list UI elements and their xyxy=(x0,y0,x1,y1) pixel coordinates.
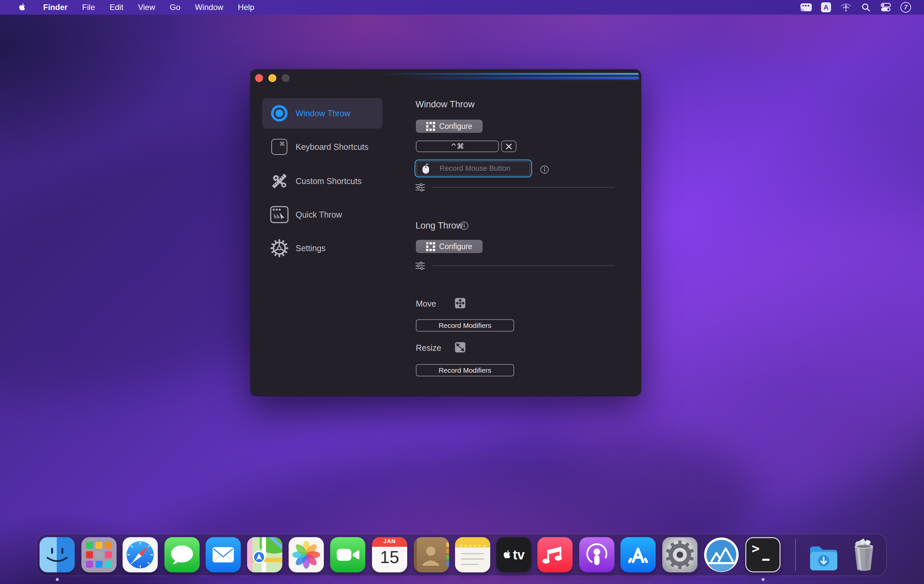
sliders-icon[interactable] xyxy=(415,183,425,193)
dock-messages-icon[interactable] xyxy=(164,537,200,572)
terminal-prompt: > xyxy=(752,541,760,556)
divider xyxy=(432,187,614,188)
dock-facetime-icon[interactable] xyxy=(330,537,365,572)
resize-record-modifiers-button[interactable]: Record Modifiers xyxy=(416,364,514,376)
calendar-day: 15 xyxy=(372,547,407,567)
dock-tv-icon[interactable]: tv xyxy=(496,537,531,572)
dock-notes-icon[interactable] xyxy=(455,537,490,572)
info-icon[interactable] xyxy=(460,221,469,231)
menu-bar-left: Finder File Edit View Go Window Help xyxy=(0,0,262,15)
divider xyxy=(432,266,614,266)
long-throw-configure-button[interactable]: Configure xyxy=(416,240,483,253)
calendar-month: JAN xyxy=(372,538,407,545)
apple-menu-icon[interactable] xyxy=(13,3,31,12)
window-throw-title: Window Throw xyxy=(416,99,475,110)
tv-label: tv xyxy=(513,548,525,563)
dock-app-store-icon[interactable] xyxy=(620,537,656,572)
move-record-modifiers-button[interactable]: Record Modifiers xyxy=(416,319,514,332)
menu-item-finder[interactable]: Finder xyxy=(36,0,75,15)
clear-shortcut-button[interactable] xyxy=(501,140,516,152)
move-icon xyxy=(455,298,465,308)
menu-item-help[interactable]: Help xyxy=(231,0,261,15)
circle-seven-icon[interactable]: 7 xyxy=(898,0,913,15)
menu-item-file[interactable]: File xyxy=(75,0,102,15)
dock-hookshot-icon[interactable] xyxy=(704,537,739,572)
dock-launchpad-icon[interactable] xyxy=(81,537,117,572)
app-window: Window Throw ⌘ Keyboard Shortcuts Custom… xyxy=(251,69,641,396)
menu-item-go[interactable]: Go xyxy=(162,0,188,15)
record-mouse-button-field[interactable]: Record Mouse Button xyxy=(414,160,532,177)
dock-podcasts-icon[interactable] xyxy=(579,537,614,572)
shortcut-value: ^⌘ xyxy=(451,142,464,150)
record-mouse-placeholder: Record Mouse Button xyxy=(430,164,520,173)
menu-bar: Finder File Edit View Go Window Help A 7 xyxy=(0,0,924,15)
menu-item-window[interactable]: Window xyxy=(188,0,231,15)
dock-terminal-icon[interactable]: > xyxy=(745,537,780,572)
dock-trash-icon[interactable] xyxy=(846,537,881,572)
grid-icon xyxy=(426,122,435,131)
dock-system-settings-icon[interactable] xyxy=(662,537,698,572)
window-throw-shortcut-field[interactable]: ^⌘ xyxy=(416,140,499,152)
control-center-icon[interactable] xyxy=(878,0,893,15)
dock-music-icon[interactable] xyxy=(537,537,573,572)
grid-icon xyxy=(426,242,435,251)
sidebar-item-keyboard-shortcuts[interactable]: ⌘ Keyboard Shortcuts xyxy=(262,132,383,162)
apple-logo-icon xyxy=(503,549,512,560)
long-throw-title: Long Throw xyxy=(416,221,463,231)
info-icon[interactable] xyxy=(540,165,549,175)
dock-mail-icon[interactable] xyxy=(206,537,241,572)
sidebar-item-window-throw[interactable]: Window Throw xyxy=(262,98,383,129)
window-throw-configure-button[interactable]: Configure xyxy=(416,120,483,133)
sidebar-item-custom-shortcuts[interactable]: Custom Shortcuts xyxy=(262,166,383,196)
gear-icon xyxy=(268,239,291,257)
quick-throw-icon xyxy=(268,206,291,223)
wifi-alert-icon[interactable] xyxy=(838,0,854,15)
window-controls xyxy=(255,74,290,82)
dock-photos-icon[interactable] xyxy=(289,537,324,572)
keyboard-icon[interactable] xyxy=(799,0,814,15)
command-key-icon: ⌘ xyxy=(268,139,291,155)
finder-running-indicator xyxy=(56,578,59,581)
mouse-icon xyxy=(421,163,430,174)
sidebar-item-settings[interactable]: Settings xyxy=(262,233,383,264)
dock-calendar-icon[interactable]: JAN 15 xyxy=(372,537,407,572)
target-icon xyxy=(268,104,291,122)
search-icon[interactable] xyxy=(858,0,873,15)
dock-maps-icon[interactable] xyxy=(247,537,282,572)
move-label: Move xyxy=(416,299,436,308)
zoom-button[interactable] xyxy=(282,74,290,82)
terminal-cursor xyxy=(762,559,770,561)
resize-icon xyxy=(455,342,465,353)
close-icon xyxy=(506,144,512,150)
sliders-icon[interactable] xyxy=(415,261,425,271)
titlebar-light-streak xyxy=(380,71,639,81)
input-source-icon[interactable]: A xyxy=(818,0,834,15)
menu-item-view[interactable]: View xyxy=(130,0,162,15)
terminal-running-indicator xyxy=(762,578,765,581)
sidebar-item-quick-throw[interactable]: Quick Throw xyxy=(262,199,383,230)
menu-item-edit[interactable]: Edit xyxy=(102,0,130,15)
dock-finder-icon[interactable] xyxy=(40,537,75,572)
dock-downloads-icon[interactable] xyxy=(806,537,841,572)
dock-separator xyxy=(795,539,796,571)
close-button[interactable] xyxy=(255,74,263,82)
menu-bar-status: A 7 xyxy=(799,0,924,15)
dock-safari-icon[interactable] xyxy=(122,537,158,572)
tools-icon xyxy=(268,172,291,190)
minimize-button[interactable] xyxy=(268,74,276,82)
dock-contacts-icon[interactable] xyxy=(414,537,449,572)
resize-label: Resize xyxy=(416,343,441,353)
